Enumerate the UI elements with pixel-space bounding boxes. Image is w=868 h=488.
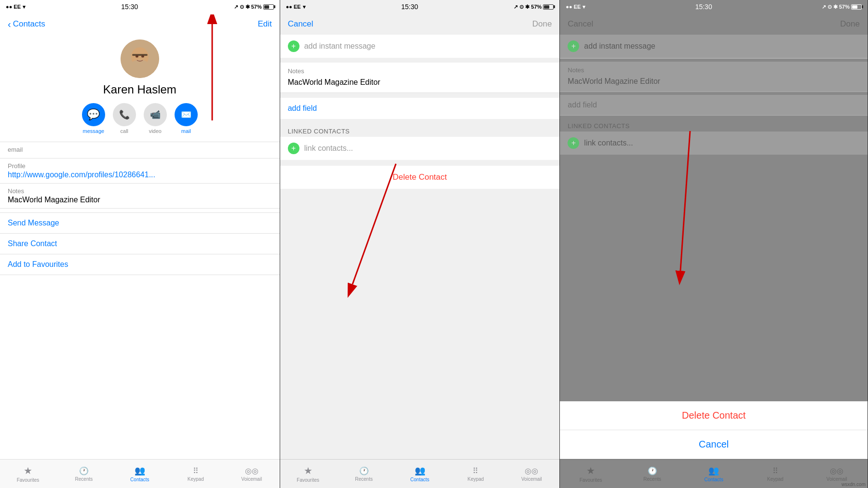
tab-keypad-1[interactable]: ⠿ Keypad: [168, 466, 224, 482]
location-icon-1: ↗: [234, 4, 238, 10]
link-icon-3: +: [568, 137, 579, 149]
watermark: wsxdn.com: [841, 482, 866, 487]
add-favourites-row[interactable]: Add to Favourites: [0, 254, 280, 275]
avatar-image: [121, 40, 159, 78]
video-action-btn[interactable]: 📹 video: [144, 103, 167, 134]
add-instant-msg-row-3: + add instant message: [560, 35, 868, 58]
tab-recents-2[interactable]: 🕐 Recents: [336, 466, 392, 482]
profile-label: Profile: [8, 162, 272, 170]
tab-bar-1: ★ Favourites 🕐 Recents 👥 Contacts ⠿ Keyp…: [0, 459, 280, 488]
gap2-2: [280, 94, 560, 98]
mail-icon: ✉️: [175, 103, 198, 126]
link-contacts-row-2[interactable]: + link contacts...: [280, 137, 560, 160]
status-left-3: ●● EE ▾: [566, 4, 585, 10]
tab-bar-3: ★ Favourites 🕐 Recents 👥 Contacts ⠿ Keyp…: [560, 459, 868, 488]
tab-favourites-2[interactable]: ★ Favourites: [280, 465, 336, 483]
favourites-icon-2: ★: [304, 465, 312, 476]
add-instant-msg-row-2[interactable]: + add instant message: [280, 35, 560, 58]
done-button-3[interactable]: Done: [840, 19, 860, 29]
notes-section-2: Notes MacWorld Magazine Editor: [280, 63, 560, 93]
tab-voicemail-3[interactable]: ◎◎ Voicemail: [806, 466, 868, 482]
share-contact-link[interactable]: Share Contact: [8, 239, 57, 248]
share-contact-row[interactable]: Share Contact: [0, 234, 280, 254]
tab-voicemail-1[interactable]: ◎◎ Voicemail: [224, 466, 280, 482]
tab-favourites-1[interactable]: ★ Favourites: [0, 465, 56, 483]
call-label: call: [121, 128, 129, 134]
back-label-1[interactable]: Contacts: [13, 19, 45, 29]
cancel-button-3[interactable]: Cancel: [568, 19, 593, 29]
add-favourites-link[interactable]: Add to Favourites: [8, 260, 68, 268]
tab-contacts-3[interactable]: 👥 Contacts: [683, 465, 745, 482]
tab-keypad-3[interactable]: ⠿ Keypad: [745, 466, 806, 482]
tab-recents-1[interactable]: 🕐 Recents: [56, 466, 112, 482]
call-action-btn[interactable]: 📞 call: [113, 103, 136, 134]
recents-icon-2: 🕐: [359, 466, 369, 475]
status-right-2: ↗ ⊙ ✱ 57%: [514, 4, 554, 10]
svg-point-6: [141, 55, 144, 58]
nav-bar-2: Cancel Done: [280, 13, 560, 35]
add-icon-2: +: [288, 40, 299, 52]
instant-message-section-2: + add instant message: [280, 35, 560, 58]
link-icon-2: +: [288, 143, 299, 154]
tab-keypad-label-1: Keypad: [188, 476, 204, 482]
notes-value: MacWorld Magazine Editor: [8, 196, 272, 204]
link-contacts-text-3: link contacts...: [584, 139, 633, 147]
message-action-btn[interactable]: 💬 message: [82, 103, 105, 134]
message-label: message: [83, 128, 105, 134]
battery-icon-1: [263, 4, 274, 10]
tab-voicemail-2[interactable]: ◎◎ Voicemail: [503, 466, 559, 482]
message-icon: 💬: [82, 103, 105, 126]
tab-recents-label-1: Recents: [75, 476, 93, 482]
avatar: [121, 40, 159, 78]
mail-label: mail: [181, 128, 191, 134]
screen3-delete-confirm: ●● EE ▾ 15:30 ↗ ⊙ ✱ 57% Cancel Done + ad…: [560, 0, 868, 488]
status-bar-2: ●● EE ▾ 15:30 ↗ ⊙ ✱ 57%: [280, 0, 560, 13]
done-button-2[interactable]: Done: [532, 19, 552, 29]
mail-action-btn[interactable]: ✉️ mail: [175, 103, 198, 134]
notes-section-3: Notes MacWorld Magazine Editor: [560, 62, 868, 92]
link-contacts-text-2: link contacts...: [304, 144, 353, 153]
add-field-row-2[interactable]: add field: [280, 98, 560, 119]
svg-point-2: [129, 60, 150, 75]
link-contacts-section-3: + link contacts...: [560, 132, 868, 155]
tab-favourites-3[interactable]: ★ Favourites: [560, 465, 622, 483]
status-right-3: ↗ ⊙ ✱ 57%: [822, 4, 862, 10]
send-message-link[interactable]: Send Message: [8, 219, 59, 227]
tab-contacts-label-2: Contacts: [410, 477, 429, 482]
status-bar-3: ●● EE ▾ 15:30 ↗ ⊙ ✱ 57%: [560, 0, 868, 13]
tab-contacts-2[interactable]: 👥 Contacts: [392, 465, 448, 482]
delete-contact-btn-2[interactable]: Delete Contact: [280, 166, 560, 189]
delete-contact-modal-btn[interactable]: Delete Contact: [560, 401, 868, 430]
notes-label-row-3: Notes: [560, 62, 868, 75]
call-icon: 📞: [113, 103, 136, 126]
add-field-text-3: add field: [568, 101, 597, 109]
action-buttons: 💬 message 📞 call 📹 video ✉️ mail: [72, 103, 207, 134]
edit-button-1[interactable]: Edit: [258, 19, 271, 29]
gap1-2: [280, 59, 560, 63]
tab-keypad-2[interactable]: ⠿ Keypad: [448, 466, 503, 482]
add-field-link-2[interactable]: add field: [288, 104, 317, 113]
linked-contacts-section-2: + link contacts...: [280, 137, 560, 160]
tab-recents-3[interactable]: 🕐 Recents: [622, 466, 683, 482]
notes-label-2: Notes: [288, 67, 304, 75]
send-message-row[interactable]: Send Message: [0, 213, 280, 234]
tab-contacts-1[interactable]: 👥 Contacts: [112, 465, 168, 482]
profile-section: Profile http://www.google.com/profiles/1…: [0, 158, 280, 184]
profile-link[interactable]: http://www.google.com/profiles/10286641.…: [8, 171, 272, 179]
email-label: email: [8, 146, 272, 153]
clock-icon-2: ⊙: [519, 4, 524, 10]
cancel-button-2[interactable]: Cancel: [288, 19, 313, 29]
wifi-icon-3: ▾: [583, 4, 585, 10]
back-button-1[interactable]: ‹ Contacts: [8, 19, 45, 30]
gap5-2: [280, 189, 560, 193]
contacts-icon-1: 👥: [135, 465, 145, 476]
notes-label-3: Notes: [568, 66, 584, 74]
cancel-modal-btn[interactable]: Cancel: [560, 430, 868, 459]
tab-recents-label-2: Recents: [355, 476, 373, 482]
tab-favourites-label-2: Favourites: [297, 477, 319, 483]
voicemail-icon-2: ◎◎: [525, 466, 538, 475]
screen2-edit-contact: ●● EE ▾ 15:30 ↗ ⊙ ✱ 57% Cancel Done + ad…: [280, 0, 560, 488]
time-3: 15:30: [695, 3, 712, 11]
wifi-icon-1: ▾: [23, 4, 26, 10]
wifi-icon-2: ▾: [303, 4, 306, 10]
